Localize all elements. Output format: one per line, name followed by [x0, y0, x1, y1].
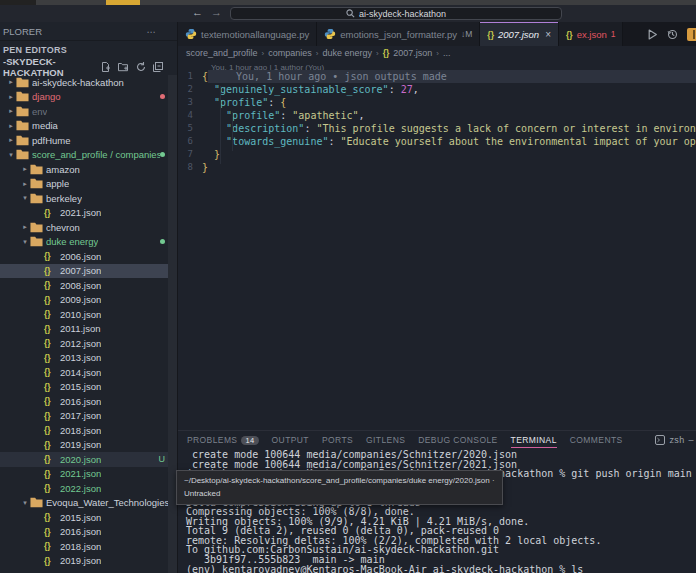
- panel-tab-ports[interactable]: PORTS: [322, 431, 353, 449]
- tree-item-django[interactable]: ▸django: [0, 90, 177, 105]
- tree-item-2022-json[interactable]: {}2022.json: [0, 481, 177, 496]
- tree-item-ai-skydeck-hackathon[interactable]: ▸ai-skydeck-hackathon: [0, 75, 177, 90]
- tree-item-2009-json[interactable]: {}2009.json: [0, 293, 177, 308]
- nav-forward-arrow-icon[interactable]: →: [211, 6, 222, 18]
- panel-tab-debug-console[interactable]: DEBUG CONSOLE: [418, 431, 497, 449]
- git-untracked-badge: U: [159, 454, 166, 464]
- tree-item-2019-json[interactable]: {}2019.json: [0, 438, 177, 453]
- code-line[interactable]: 7 }: [178, 148, 696, 161]
- tree-item-2018-json[interactable]: {}2018.json: [0, 423, 177, 438]
- tree-item-2019-json[interactable]: {}2019.json: [0, 554, 177, 569]
- tree-item-2015-json[interactable]: {}2015.json: [0, 380, 177, 395]
- breadcrumb-item[interactable]: duke energy: [322, 48, 372, 58]
- code-line[interactable]: 6 "towards_genuine": "Educate yourself a…: [178, 135, 696, 148]
- code-editor[interactable]: You, 1 hour ago | 1 author (You) 1{You, …: [178, 60, 696, 430]
- git-status-dot: [160, 152, 165, 157]
- tab-textemotionallanguage-py[interactable]: textemotionallanguage.py: [178, 22, 317, 46]
- run-icon[interactable]: [647, 29, 658, 40]
- tree-item-2007-json[interactable]: {}2007.json: [0, 264, 177, 279]
- code-line[interactable]: 5 "description": "This profile suggests …: [178, 122, 696, 135]
- twisty-chevron-icon[interactable]: ▸: [6, 136, 16, 144]
- tree-item-chevron[interactable]: ▸chevron: [0, 220, 177, 235]
- refresh-icon[interactable]: [136, 62, 146, 72]
- new-folder-icon[interactable]: [118, 62, 129, 72]
- tree-item-pdfhume[interactable]: ▸pdfHume: [0, 133, 177, 148]
- command-center-search[interactable]: ai-skydeck-hackathon: [230, 7, 562, 20]
- explorer-more-actions-icon[interactable]: ⋯: [147, 26, 158, 37]
- tree-item-amazon[interactable]: ▸amazon: [0, 162, 177, 177]
- tree-item-2015-json[interactable]: {}2015.json: [0, 510, 177, 525]
- code-line[interactable]: 1{You, 1 hour ago • json outputs made: [178, 70, 696, 83]
- new-file-icon[interactable]: [101, 62, 111, 72]
- terminal-output[interactable]: create mode 100644 media/companies/Schni…: [178, 449, 696, 573]
- code-line[interactable]: 3 "profile": {: [178, 96, 696, 109]
- nav-back-arrow-icon[interactable]: ←: [192, 6, 203, 18]
- breadcrumb-item[interactable]: ...: [443, 48, 451, 58]
- json-file-icon: {}: [44, 469, 60, 479]
- split-editor-icon[interactable]: [687, 28, 696, 41]
- twisty-chevron-icon[interactable]: ▸: [20, 180, 30, 188]
- breadcrumb[interactable]: score_and_profile›companies›duke energy›…: [178, 46, 696, 60]
- breadcrumb-item[interactable]: companies: [268, 48, 312, 58]
- tree-item-2017-json[interactable]: {}2017.json: [0, 409, 177, 424]
- codelens-annotation[interactable]: You, 1 hour ago | 1 author (You): [211, 60, 696, 70]
- code-line[interactable]: 2 "genuinely_sustainable_score": 27,: [178, 83, 696, 96]
- tree-item-berkeley[interactable]: ▾berkeley: [0, 191, 177, 206]
- twisty-chevron-icon[interactable]: ▸: [20, 223, 30, 231]
- tree-item-2006-json[interactable]: {}2006.json: [0, 249, 177, 264]
- panel-tab-comments[interactable]: COMMENTS: [570, 431, 623, 449]
- tab-ex-json[interactable]: {}ex.json1: [559, 22, 623, 46]
- twisty-chevron-icon[interactable]: ▾: [20, 238, 30, 246]
- panel-tab-gitlens[interactable]: GITLENS: [366, 431, 405, 449]
- json-file-icon: {}: [44, 425, 60, 435]
- tree-item-score-and-profile-companies[interactable]: ▾score_and_profile / companies: [0, 148, 177, 163]
- twisty-chevron-icon[interactable]: ▸: [6, 107, 16, 115]
- panel-tab-terminal[interactable]: TERMINAL: [511, 431, 557, 449]
- tree-item-2012-json[interactable]: {}2012.json: [0, 336, 177, 351]
- json-file-icon: {}: [566, 30, 573, 40]
- tree-item-2020-json[interactable]: {}2020.jsonU: [0, 452, 177, 467]
- twisty-chevron-icon[interactable]: ▸: [20, 165, 30, 173]
- code-line[interactable]: 8}: [178, 161, 696, 174]
- tree-item-label: chevron: [46, 222, 80, 233]
- tree-item-2014-json[interactable]: {}2014.json: [0, 365, 177, 380]
- twisty-chevron-icon[interactable]: ▾: [20, 499, 30, 507]
- code-line[interactable]: 4 "profile": "apathetic",: [178, 109, 696, 122]
- breadcrumb-separator-icon: ›: [316, 49, 319, 58]
- workspace-section-header[interactable]: -SKYDECK-HACKATHON: [0, 58, 177, 75]
- twisty-chevron-icon[interactable]: ▸: [6, 122, 16, 130]
- line-number: 1: [178, 70, 202, 83]
- tree-item-duke-energy[interactable]: ▾duke energy: [0, 235, 177, 250]
- history-icon[interactable]: [667, 29, 678, 40]
- tree-item-2013-json[interactable]: {}2013.json: [0, 351, 177, 366]
- tree-item-2016-json[interactable]: {}2016.json: [0, 394, 177, 409]
- tab-close-icon[interactable]: ×: [545, 29, 551, 40]
- tab-emotions-json-formatter-py[interactable]: emotions_json_formatter.py↓M: [317, 22, 480, 46]
- twisty-chevron-icon[interactable]: ▸: [6, 78, 16, 86]
- panel-tab-problems[interactable]: PROBLEMS14: [187, 431, 259, 449]
- panel-tab-output[interactable]: OUTPUT: [272, 431, 309, 449]
- twisty-chevron-icon[interactable]: ▾: [6, 151, 16, 159]
- twisty-chevron-icon[interactable]: ▾: [20, 194, 30, 202]
- tree-item-apple[interactable]: ▸apple: [0, 177, 177, 192]
- tooltip-path: ~/Desktop/ai-skydeck-hackathon/score_and…: [184, 474, 495, 487]
- tree-item-2010-json[interactable]: {}2010.json: [0, 307, 177, 322]
- tree-item-2008-json[interactable]: {}2008.json: [0, 278, 177, 293]
- breadcrumb-separator-icon: ›: [436, 49, 439, 58]
- tree-item-media[interactable]: ▸media: [0, 119, 177, 134]
- tree-item-2021-json[interactable]: {}2021.json: [0, 467, 177, 482]
- tree-item-2016-json[interactable]: {}2016.json: [0, 525, 177, 540]
- tree-item-env[interactable]: ▸env: [0, 104, 177, 119]
- breadcrumb-item[interactable]: 2007.json: [393, 48, 432, 58]
- tree-item-2021-json[interactable]: {}2021.json: [0, 206, 177, 221]
- tree-item-evoqua-water-technologies[interactable]: ▾Evoqua_Water_Technologies: [0, 496, 177, 511]
- terminal-shell-selector[interactable]: zsh–: [655, 435, 696, 445]
- tree-item-2018-json[interactable]: {}2018.json: [0, 539, 177, 554]
- json-file-icon: {}: [383, 48, 390, 58]
- tree-item-2011-json[interactable]: {}2011.json: [0, 322, 177, 337]
- twisty-chevron-icon[interactable]: ▸: [6, 93, 16, 101]
- python-icon: [185, 28, 197, 40]
- collapse-all-icon[interactable]: [153, 62, 163, 72]
- breadcrumb-item[interactable]: score_and_profile: [186, 48, 258, 58]
- tab-2007-json[interactable]: {}2007.json×: [480, 22, 559, 46]
